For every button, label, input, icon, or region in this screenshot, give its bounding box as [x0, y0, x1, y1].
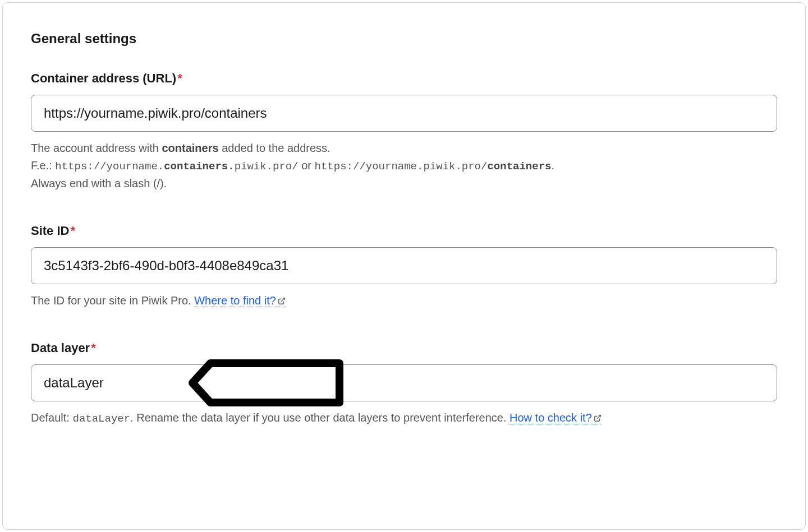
required-mark: * [70, 224, 75, 238]
settings-panel: General settings Container address (URL)… [2, 2, 806, 530]
how-to-check-it-link[interactable]: How to check it? [509, 411, 602, 424]
container-address-help: The account address with containers adde… [31, 140, 777, 192]
site-id-label: Site ID* [31, 224, 777, 238]
svg-line-1 [597, 415, 600, 419]
external-link-icon [594, 410, 602, 418]
data-layer-field: Data layer* Default: dataLayer. Rename t… [31, 341, 777, 427]
data-layer-label: Data layer* [31, 341, 777, 355]
section-title: General settings [31, 31, 777, 47]
site-id-help: The ID for your site in Piwik Pro. Where… [31, 292, 777, 309]
site-id-input[interactable] [31, 247, 777, 284]
container-address-label: Container address (URL)* [31, 71, 777, 86]
data-layer-help: Default: dataLayer. Rename the data laye… [31, 409, 777, 427]
external-link-icon [278, 293, 286, 300]
where-to-find-it-link[interactable]: Where to find it? [194, 294, 286, 307]
required-mark: * [177, 71, 182, 85]
container-address-field: Container address (URL)* The account add… [31, 71, 777, 192]
data-layer-input[interactable] [31, 364, 777, 401]
container-address-input[interactable] [31, 95, 777, 132]
required-mark: * [91, 341, 96, 355]
svg-line-0 [281, 298, 284, 302]
site-id-field: Site ID* The ID for your site in Piwik P… [31, 224, 777, 309]
